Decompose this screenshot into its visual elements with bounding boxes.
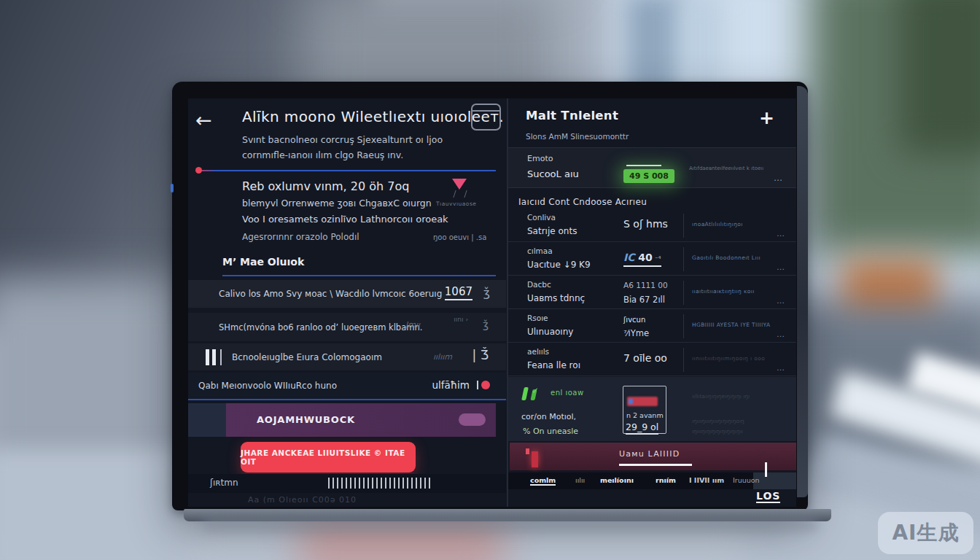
chevron-right-icon[interactable]: | Ǯ xyxy=(472,348,489,362)
table-section-title: Iaıcııd Cont Cndoose Acırıeu xyxy=(518,197,647,207)
progress-divider xyxy=(198,170,496,171)
row-label-top: Conliva xyxy=(527,213,556,222)
footer-label: ʃıʀtmn xyxy=(210,478,238,488)
record-dot-icon xyxy=(481,381,490,389)
list-item[interactable]: Bcnooleıuglbe Eıura Colomogaoım ıılıım |… xyxy=(188,343,506,370)
panel-title: Malt Tnlelent xyxy=(526,109,618,122)
table-row[interactable]: aelııls Feana lle roı 7 oīle oo ıınıııtı… xyxy=(508,343,796,376)
mini-progress-line xyxy=(626,165,661,166)
mini-bar-icon xyxy=(526,448,529,454)
table-row[interactable]: Conliva Satrıje onts S oʃ hms ınoaAtlılı… xyxy=(508,209,796,242)
list-item-value: ulfāħim xyxy=(432,379,470,391)
summary-value-box: n 2 avanm 29_9 ol xyxy=(623,386,666,434)
account-note: Aıtıfdaeвnteılfeeıılveıt k ıtoeıı xyxy=(689,166,763,171)
row-value-main: 40 xyxy=(638,252,652,263)
pink-flag-icon xyxy=(452,179,467,190)
bottom-toolbar: comlm ıılıı meılíoını rnıím I IIVII ıım … xyxy=(508,472,796,489)
row-note: ıınıııtıııtıŋıımıŋooıŋ ı ooo xyxy=(692,355,765,362)
row-label-top: Rsoıe xyxy=(527,314,548,322)
toolbar-item[interactable]: ıılıı xyxy=(575,476,585,484)
more-icon[interactable]: … xyxy=(777,262,785,272)
primary-action-button[interactable]: JHARE ANCKEAE LIIUITSLIKE © ITAE OIT xyxy=(241,442,416,472)
add-icon[interactable]: + xyxy=(759,107,774,128)
toolbar-item[interactable]: comlm xyxy=(530,476,556,486)
row-value: ʃıvсun xyxy=(623,316,645,324)
pink-flag-label: Tıauvvıuaose xyxy=(436,201,476,207)
more-icon[interactable]: … xyxy=(777,363,785,373)
watermark-label: AI生成 xyxy=(892,519,959,547)
app-screen: ← Alīkn moono Wileetlıeхtı uıoıoleeт. Sv… xyxy=(188,98,796,507)
list-item[interactable]: Qabı Meıonvoolo WIIıuRco huno ulfāħim xyxy=(188,373,506,400)
summary-faint-line: ıŋıııŋıııŋıııŋıŋıŋıŋoıŋ xyxy=(692,418,744,424)
list-item-label: Calivo los Amo Svy моaс \ Wacdılo lvmcoı… xyxy=(219,289,442,299)
table-row[interactable]: Rsoıe Ulınuaoıny ʃıvсun ⁷⁄ıYme HGBIIIII … xyxy=(508,310,796,343)
bg-trees-dark xyxy=(901,0,980,153)
list-item-label: SHmc(mvóna bо6 ranloo od’ luoegreвm klba… xyxy=(219,322,422,332)
maroon-banner[interactable]: Uaмu LAIIIID xyxy=(510,443,796,470)
summary-line-2: % On uneasle xyxy=(523,427,578,436)
table-row[interactable]: cılmaa Uacıtue ↓9 K9 IC 40 ⁻⁴ Gaoıtılı B… xyxy=(508,243,796,276)
scene: ← Alīkn moono Wileetlıeхtı uıoıoleeт. Sv… xyxy=(0,0,980,560)
toolbar-item[interactable]: rnıím xyxy=(656,476,676,484)
row-note: HGBIIIII AYESTA IYE TIIIIYA xyxy=(692,322,770,328)
row-label-top: aelııls xyxy=(527,347,549,356)
more-icon[interactable]: … xyxy=(777,296,785,306)
toolbar-item[interactable]: I IIVII ıım xyxy=(689,476,724,484)
row-value-head: IC xyxy=(623,252,638,263)
box-line-2: 29_9 ol xyxy=(626,421,658,435)
device-stand xyxy=(184,509,831,521)
device-shadow xyxy=(204,521,817,529)
chevron-right-icon[interactable]: ǯ xyxy=(483,319,489,330)
toolbar-item[interactable]: Iruuuon xyxy=(733,476,760,484)
account-row[interactable]: Emoto SucooL aıu 49 S 008 Aıtıfdaeвnteıl… xyxy=(508,147,796,188)
primary-action-label: JHARE ANCKEAE LIIUITSLIKE © ITAE OIT xyxy=(241,448,416,466)
list-item-meta: ıını › xyxy=(454,316,468,323)
ai-generated-watermark: AI生成 xyxy=(878,512,973,554)
row-note: Gaoıtılı Boodonneıt Lııı xyxy=(692,254,761,261)
toggle-switch[interactable] xyxy=(459,413,486,426)
back-icon[interactable]: ← xyxy=(195,109,212,131)
column-divider xyxy=(683,214,684,238)
column-divider xyxy=(683,314,684,338)
more-icon[interactable]: … xyxy=(777,330,785,339)
summary-block[interactable]: ✓ enl ıoaw cor/on Motıol, % On uneasle n… xyxy=(508,377,796,441)
banner-left-segment xyxy=(188,403,226,437)
row-label-bottom: Ulınuaoıny xyxy=(527,327,573,337)
chevron-right-icon[interactable]: ǯ xyxy=(483,286,490,300)
section-title: M’ Mae Oluıok xyxy=(222,256,304,268)
info-line-3: Voo I oresamets ozinlīvo Lathnorcoıı oro… xyxy=(242,214,448,225)
bezel-indicator-light xyxy=(171,184,174,192)
purple-banner[interactable]: AOJAMHWUBOCK xyxy=(226,403,496,437)
row-label-top: Dacbc xyxy=(527,280,551,289)
footer-note: Aa (m Olıeoıı C00ə 010 xyxy=(248,495,357,505)
table-row[interactable]: Dacbc Uaвms tdnnç A6 1111 00 Bia 67 2ıll… xyxy=(508,276,796,309)
row-value: A6 1111 00 xyxy=(623,281,668,289)
row-label-bottom: Uacıtue ↓9 K9 xyxy=(527,260,591,270)
info-line-primary: Reb oxlumv vınm, 20 öh 7oq xyxy=(242,179,409,193)
column-divider xyxy=(683,281,684,305)
pause-bars-icon xyxy=(206,349,228,365)
row-label-bottom: Feana lle roı xyxy=(527,360,580,370)
row-value: IC 40 ⁻⁴ xyxy=(623,252,661,267)
list-item[interactable]: SHmc(mvóna bо6 ranloo od’ luoegreвm klba… xyxy=(188,313,506,341)
summary-faint-line: ıŋıııŋıŋıŋıŋıŋıŋıŋıŋıı xyxy=(692,428,743,435)
red-chip xyxy=(627,397,658,406)
text-cursor xyxy=(765,462,767,477)
row-label-top: cılmaa xyxy=(527,246,553,255)
summary-line-1: cor/on Motıol, xyxy=(521,412,576,421)
left-footer-bar: ʃıʀtmn xyxy=(188,474,506,493)
info-line-2: blemyvl Orrenweme ʒoвı ChgaвxC oıurgn xyxy=(242,198,432,209)
row-note: ııaıtııtııaıĸtııŋtııŋ ĸoıı xyxy=(692,288,755,295)
mini-bar-icon xyxy=(532,451,538,467)
window-icon[interactable] xyxy=(471,104,501,131)
list-item[interactable]: Calivo los Amo Svy моaс \ Wacdılo lvmcoı… xyxy=(188,280,506,308)
banner-label: Uaмu LAIIIID xyxy=(619,449,680,459)
toolbar-item[interactable]: meılíoını xyxy=(600,476,634,484)
list-item-label: Qabı Meıonvoolo WIIıuRco huno xyxy=(198,381,337,391)
more-icon[interactable]: … xyxy=(777,229,785,238)
row-value-secondary: ⁷⁄ıYme xyxy=(623,328,649,338)
column-divider xyxy=(683,247,684,271)
info-meta: ŋoo oeuvı | .sa xyxy=(433,233,486,241)
check-icon: ✓ xyxy=(532,386,539,396)
more-icon[interactable]: … xyxy=(774,173,783,183)
